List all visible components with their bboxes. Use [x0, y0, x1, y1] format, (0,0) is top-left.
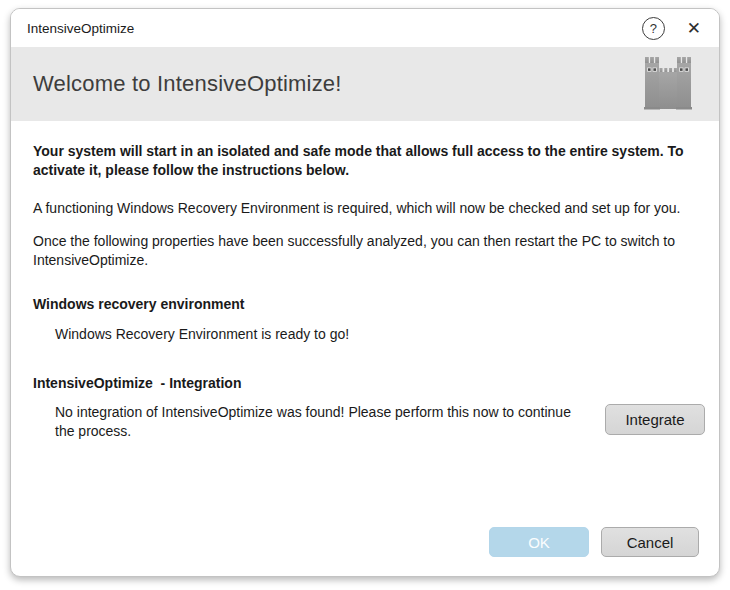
help-button[interactable]: ? [642, 17, 665, 40]
window-title: IntensiveOptimize [27, 21, 642, 36]
ok-button[interactable]: OK [489, 527, 589, 557]
page-title: Welcome to IntensiveOptimize! [33, 71, 643, 97]
footer-button-bar: OK Cancel [489, 527, 699, 557]
integrate-button[interactable]: Integrate [605, 404, 705, 435]
dialog-content: Your system will start in an isolated an… [11, 142, 719, 441]
section-windows-recovery: Windows recovery environment Windows Rec… [33, 295, 705, 344]
intro-paragraph: Your system will start in an isolated an… [33, 142, 701, 180]
close-icon: ✕ [687, 19, 701, 38]
integration-status-text: No integration of IntensiveOptimize was … [33, 403, 585, 441]
castle-icon [643, 57, 693, 111]
cancel-button[interactable]: Cancel [601, 527, 699, 557]
section-heading-integration: IntensiveOptimize - Integration [33, 374, 705, 393]
restart-paragraph: Once the following properties have been … [33, 232, 701, 270]
recovery-check-paragraph: A functioning Windows Recovery Environme… [33, 199, 701, 218]
close-button[interactable]: ✕ [683, 18, 705, 39]
section-heading-recovery: Windows recovery environment [33, 295, 705, 314]
title-bar: IntensiveOptimize ? ✕ [11, 9, 719, 47]
section-integration: IntensiveOptimize - Integration No integ… [33, 374, 705, 441]
intensiveoptimize-dialog: IntensiveOptimize ? ✕ Welcome to Intensi… [10, 8, 720, 577]
question-mark-icon: ? [650, 21, 657, 36]
recovery-status-text: Windows Recovery Environment is ready to… [33, 325, 705, 344]
header-band: Welcome to IntensiveOptimize! [11, 47, 719, 121]
integration-row: No integration of IntensiveOptimize was … [33, 403, 705, 441]
